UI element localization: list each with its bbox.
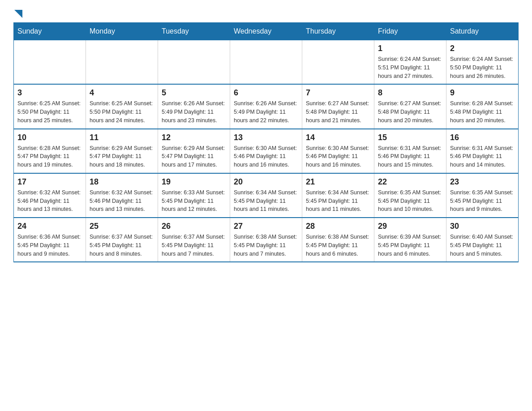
weekday-header-friday: Friday [374,23,446,40]
day-cell: 30Sunrise: 6:40 AM Sunset: 5:45 PM Dayli… [446,218,519,262]
day-cell: 29Sunrise: 6:39 AM Sunset: 5:45 PM Dayli… [374,218,446,262]
week-row-3: 10Sunrise: 6:28 AM Sunset: 5:47 PM Dayli… [14,129,519,173]
day-cell: 12Sunrise: 6:29 AM Sunset: 5:47 PM Dayli… [158,129,230,173]
weekday-header-wednesday: Wednesday [230,23,302,40]
day-info: Sunrise: 6:30 AM Sunset: 5:46 PM Dayligh… [234,144,298,169]
day-cell: 8Sunrise: 6:27 AM Sunset: 5:48 PM Daylig… [374,84,446,128]
day-number: 6 [234,88,298,98]
day-info: Sunrise: 6:27 AM Sunset: 5:48 PM Dayligh… [306,99,370,124]
week-row-2: 3Sunrise: 6:25 AM Sunset: 5:50 PM Daylig… [14,84,519,128]
day-info: Sunrise: 6:34 AM Sunset: 5:45 PM Dayligh… [306,188,370,214]
day-cell: 6Sunrise: 6:26 AM Sunset: 5:49 PM Daylig… [230,84,302,128]
day-cell: 27Sunrise: 6:38 AM Sunset: 5:45 PM Dayli… [230,218,302,262]
day-number: 2 [450,44,515,53]
day-number: 4 [90,88,154,98]
day-cell: 19Sunrise: 6:33 AM Sunset: 5:45 PM Dayli… [158,173,230,218]
svg-marker-0 [14,10,22,18]
day-cell: 17Sunrise: 6:32 AM Sunset: 5:46 PM Dayli… [14,173,86,218]
day-info: Sunrise: 6:27 AM Sunset: 5:48 PM Dayligh… [378,99,442,124]
day-number: 12 [162,133,226,142]
day-number: 27 [234,222,298,231]
day-cell: 22Sunrise: 6:35 AM Sunset: 5:45 PM Dayli… [374,173,446,218]
day-info: Sunrise: 6:24 AM Sunset: 5:51 PM Dayligh… [378,55,442,80]
day-info: Sunrise: 6:38 AM Sunset: 5:45 PM Dayligh… [234,233,298,258]
day-info: Sunrise: 6:36 AM Sunset: 5:45 PM Dayligh… [17,233,82,258]
day-info: Sunrise: 6:26 AM Sunset: 5:49 PM Dayligh… [162,99,226,124]
day-cell: 1Sunrise: 6:24 AM Sunset: 5:51 PM Daylig… [374,40,446,85]
page-header [13,9,519,18]
day-number: 8 [378,88,442,98]
day-cell: 14Sunrise: 6:30 AM Sunset: 5:46 PM Dayli… [302,129,374,173]
day-cell [86,40,158,85]
day-cell: 11Sunrise: 6:29 AM Sunset: 5:47 PM Dayli… [86,129,158,173]
day-cell: 2Sunrise: 6:24 AM Sunset: 5:50 PM Daylig… [446,40,519,85]
day-cell [230,40,302,85]
day-info: Sunrise: 6:37 AM Sunset: 5:45 PM Dayligh… [90,233,154,258]
day-number: 15 [378,133,442,142]
day-number: 22 [378,177,442,187]
day-info: Sunrise: 6:39 AM Sunset: 5:45 PM Dayligh… [378,233,442,258]
day-number: 10 [17,133,82,142]
day-info: Sunrise: 6:35 AM Sunset: 5:45 PM Dayligh… [378,188,442,214]
weekday-header-tuesday: Tuesday [158,23,230,40]
day-info: Sunrise: 6:28 AM Sunset: 5:48 PM Dayligh… [450,99,515,124]
day-info: Sunrise: 6:31 AM Sunset: 5:46 PM Dayligh… [378,144,442,169]
day-cell: 25Sunrise: 6:37 AM Sunset: 5:45 PM Dayli… [86,218,158,262]
day-number: 25 [90,222,154,231]
weekday-header-sunday: Sunday [14,23,86,40]
day-number: 21 [306,177,370,187]
logo [13,9,22,18]
day-number: 17 [17,177,82,187]
day-cell: 18Sunrise: 6:32 AM Sunset: 5:46 PM Dayli… [86,173,158,218]
day-number: 9 [450,88,515,98]
day-cell: 26Sunrise: 6:37 AM Sunset: 5:45 PM Dayli… [158,218,230,262]
day-info: Sunrise: 6:32 AM Sunset: 5:46 PM Dayligh… [17,188,82,214]
weekday-row: SundayMondayTuesdayWednesdayThursdayFrid… [14,23,519,40]
day-info: Sunrise: 6:31 AM Sunset: 5:46 PM Dayligh… [450,144,515,169]
day-info: Sunrise: 6:30 AM Sunset: 5:46 PM Dayligh… [306,144,370,169]
day-cell: 16Sunrise: 6:31 AM Sunset: 5:46 PM Dayli… [446,129,519,173]
logo-triangle-icon [14,10,22,18]
day-info: Sunrise: 6:33 AM Sunset: 5:45 PM Dayligh… [162,188,226,214]
day-number: 13 [234,133,298,142]
day-number: 16 [450,133,515,142]
day-number: 24 [17,222,82,231]
calendar-table: SundayMondayTuesdayWednesdayThursdayFrid… [13,22,519,262]
day-info: Sunrise: 6:40 AM Sunset: 5:45 PM Dayligh… [450,233,515,258]
day-number: 23 [450,177,515,187]
day-cell: 3Sunrise: 6:25 AM Sunset: 5:50 PM Daylig… [14,84,86,128]
day-number: 5 [162,88,226,98]
day-cell: 9Sunrise: 6:28 AM Sunset: 5:48 PM Daylig… [446,84,519,128]
calendar-header: SundayMondayTuesdayWednesdayThursdayFrid… [14,23,519,40]
day-info: Sunrise: 6:29 AM Sunset: 5:47 PM Dayligh… [162,144,226,169]
day-cell: 21Sunrise: 6:34 AM Sunset: 5:45 PM Dayli… [302,173,374,218]
day-cell: 15Sunrise: 6:31 AM Sunset: 5:46 PM Dayli… [374,129,446,173]
day-info: Sunrise: 6:26 AM Sunset: 5:49 PM Dayligh… [234,99,298,124]
calendar-body: 1Sunrise: 6:24 AM Sunset: 5:51 PM Daylig… [14,40,519,262]
weekday-header-thursday: Thursday [302,23,374,40]
week-row-4: 17Sunrise: 6:32 AM Sunset: 5:46 PM Dayli… [14,173,519,218]
day-number: 3 [17,88,82,98]
day-cell: 7Sunrise: 6:27 AM Sunset: 5:48 PM Daylig… [302,84,374,128]
day-info: Sunrise: 6:38 AM Sunset: 5:45 PM Dayligh… [306,233,370,258]
day-number: 30 [450,222,515,231]
day-info: Sunrise: 6:25 AM Sunset: 5:50 PM Dayligh… [17,99,82,124]
week-row-1: 1Sunrise: 6:24 AM Sunset: 5:51 PM Daylig… [14,40,519,85]
day-number: 11 [90,133,154,142]
day-cell: 24Sunrise: 6:36 AM Sunset: 5:45 PM Dayli… [14,218,86,262]
day-number: 20 [234,177,298,187]
weekday-header-monday: Monday [86,23,158,40]
day-cell [14,40,86,85]
day-info: Sunrise: 6:35 AM Sunset: 5:45 PM Dayligh… [450,188,515,214]
day-cell: 5Sunrise: 6:26 AM Sunset: 5:49 PM Daylig… [158,84,230,128]
day-number: 18 [90,177,154,187]
day-info: Sunrise: 6:37 AM Sunset: 5:45 PM Dayligh… [162,233,226,258]
day-cell [302,40,374,85]
day-cell: 13Sunrise: 6:30 AM Sunset: 5:46 PM Dayli… [230,129,302,173]
day-info: Sunrise: 6:25 AM Sunset: 5:50 PM Dayligh… [90,99,154,124]
day-info: Sunrise: 6:32 AM Sunset: 5:46 PM Dayligh… [90,188,154,214]
weekday-header-saturday: Saturday [446,23,519,40]
day-number: 14 [306,133,370,142]
day-info: Sunrise: 6:28 AM Sunset: 5:47 PM Dayligh… [17,144,82,169]
day-cell: 20Sunrise: 6:34 AM Sunset: 5:45 PM Dayli… [230,173,302,218]
